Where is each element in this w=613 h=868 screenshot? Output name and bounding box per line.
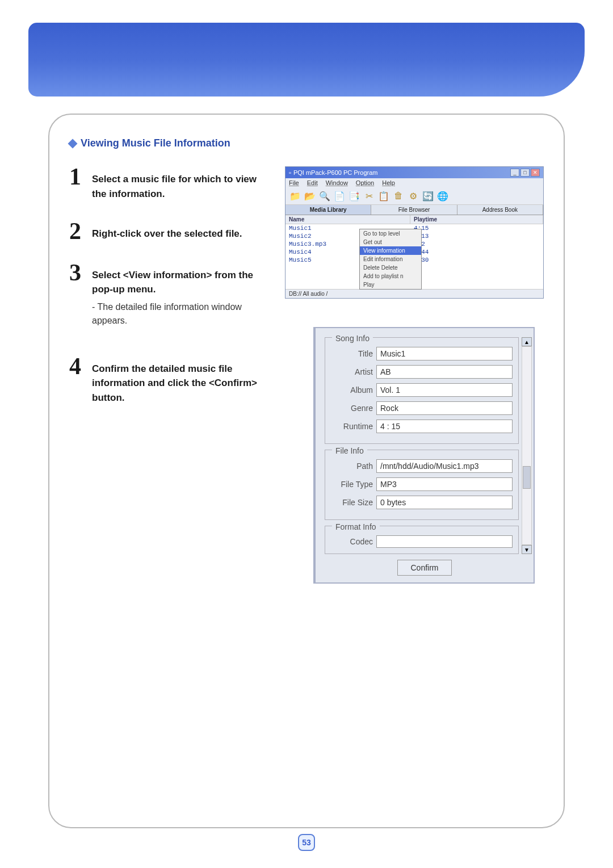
col-name[interactable]: Name	[285, 215, 410, 224]
content-row: 1 Select a music file for which to view …	[69, 166, 544, 584]
toolbar-icon[interactable]: 📂	[304, 190, 316, 202]
step-number: 1	[69, 166, 85, 201]
label-artist: Artist	[331, 367, 376, 376]
scrollbar-thumb[interactable]	[523, 466, 531, 489]
toolbar-icon[interactable]: 🔄	[422, 190, 434, 202]
tab-media-library[interactable]: Media Library	[285, 205, 371, 215]
toolbar-icon[interactable]: 🗑	[392, 190, 405, 202]
media-library-window: ▫ PQI mPack-P600 PC Program _ □ ✕ File E…	[285, 166, 544, 299]
value-album[interactable]: Vol. 1	[376, 383, 513, 397]
step-1: 1 Select a music file for which to view …	[69, 166, 268, 201]
section-title-text: Viewing Music File Information	[81, 137, 230, 149]
step-number: 2	[69, 221, 85, 242]
value-runtime[interactable]: 4 : 15	[376, 420, 513, 433]
toolbar-icon[interactable]: 📋	[377, 190, 390, 202]
format-info-legend: Format Info	[332, 522, 380, 531]
close-button[interactable]: ✕	[531, 169, 540, 177]
file-info-fieldset: File Info Path /mnt/hdd/Audio/Music1.mp3…	[325, 450, 519, 520]
toolbar-icon[interactable]: 🌐	[436, 190, 449, 202]
row-filetype: File Type MP3	[331, 477, 513, 491]
step-body: Confirm the detailed music file informat…	[92, 356, 268, 405]
menu-help[interactable]: Help	[382, 179, 395, 186]
toolbar-icon[interactable]: 📑	[348, 190, 360, 202]
value-path[interactable]: /mnt/hdd/Audio/Music1.mp3	[376, 459, 513, 473]
step-body: Select <View information> from the pop-u…	[92, 262, 268, 328]
step-3: 3 Select <View information> from the pop…	[69, 262, 268, 328]
menu-edit[interactable]: Edit	[307, 179, 318, 186]
file-info-legend: File Info	[332, 446, 367, 455]
window-title: ▫ PQI mPack-P600 PC Program	[289, 169, 377, 176]
menu-file[interactable]: File	[289, 179, 299, 186]
value-artist[interactable]: AB	[376, 365, 513, 379]
page-number-badge: 53	[298, 834, 315, 851]
titlebar[interactable]: ▫ PQI mPack-P600 PC Program _ □ ✕	[285, 167, 543, 178]
file-grid: Name Playtime Music1 4:15 Music2 3:13	[285, 215, 543, 289]
row-path: Path /mnt/hdd/Audio/Music1.mp3	[331, 459, 513, 473]
step-4: 4 Confirm the detailed music file inform…	[69, 356, 268, 405]
confirm-row: Confirm	[319, 560, 530, 576]
minimize-button[interactable]: _	[510, 169, 519, 177]
confirm-button[interactable]: Confirm	[397, 560, 451, 576]
song-info-fieldset: Song Info Title Music1 Artist AB	[325, 337, 519, 444]
menubar: File Edit Window Option Help	[285, 178, 543, 187]
app-icon: ▫	[289, 169, 291, 176]
menu-window[interactable]: Window	[326, 179, 348, 186]
toolbar-icon[interactable]: ⚙	[407, 190, 419, 202]
file-info-dialog: ▲ ▼ Song Info Title Music1	[313, 327, 535, 584]
row-runtime: Runtime 4 : 15	[331, 420, 513, 433]
cm-edit-info[interactable]: Edit information	[360, 255, 421, 263]
step-note: - The detailed file information window a…	[92, 300, 268, 328]
value-codec[interactable]	[376, 535, 513, 548]
label-runtime: Runtime	[331, 422, 376, 431]
label-title: Title	[331, 349, 376, 358]
value-filetype[interactable]: MP3	[376, 477, 513, 491]
label-genre: Genre	[331, 404, 376, 413]
row-artist: Artist AB	[331, 365, 513, 379]
cm-play[interactable]: Play	[360, 280, 421, 289]
row-title: Title Music1	[331, 347, 513, 360]
section-heading: Viewing Music File Information	[69, 137, 544, 149]
row-filesize: File Size 0 bytes	[331, 496, 513, 509]
toolbar: 📁 📂 🔍 📄 📑 ✂ 📋 🗑 ⚙ 🔄 🌐	[285, 187, 543, 205]
context-menu: Go to top level Get out View information…	[359, 229, 422, 290]
screenshots-column: ▫ PQI mPack-P600 PC Program _ □ ✕ File E…	[285, 166, 544, 584]
diamond-icon	[68, 139, 78, 148]
row-codec: Codec	[331, 535, 513, 548]
step-bold: Select a music file for which to view th…	[92, 172, 268, 201]
tab-address-book[interactable]: Address Book	[457, 205, 543, 215]
cm-get-out[interactable]: Get out	[360, 238, 421, 246]
step-bold: Confirm the detailed music file informat…	[92, 362, 268, 405]
label-filesize: File Size	[331, 498, 376, 507]
header-banner	[28, 23, 585, 97]
toolbar-icon[interactable]: 🔍	[318, 190, 331, 202]
cm-delete[interactable]: Delete Delete	[360, 263, 421, 272]
grid-header: Name Playtime	[285, 215, 543, 224]
row-album: Album Vol. 1	[331, 383, 513, 397]
step-body: Right-click over the selected file.	[92, 221, 268, 242]
label-filetype: File Type	[331, 480, 376, 489]
value-title[interactable]: Music1	[376, 347, 513, 360]
cm-go-top[interactable]: Go to top level	[360, 229, 421, 238]
cm-add-playlist[interactable]: Add to playlist n	[360, 272, 421, 280]
format-info-fieldset: Format Info Codec	[325, 526, 519, 554]
col-playtime[interactable]: Playtime	[410, 215, 543, 224]
toolbar-icon[interactable]: 📁	[289, 190, 301, 202]
tab-file-browser[interactable]: File Browser	[371, 205, 457, 215]
step-number: 3	[69, 262, 85, 328]
toolbar-icon[interactable]: 📄	[333, 190, 346, 202]
label-album: Album	[331, 385, 376, 395]
steps-column: 1 Select a music file for which to view …	[69, 166, 268, 584]
label-path: Path	[331, 462, 376, 471]
scroll-up-button[interactable]: ▲	[522, 337, 532, 346]
content-card: Viewing Music File Information 1 Select …	[48, 114, 565, 828]
menu-option[interactable]: Option	[356, 179, 374, 186]
page: Viewing Music File Information 1 Select …	[0, 0, 613, 868]
value-genre[interactable]: Rock	[376, 401, 513, 415]
cm-view-info[interactable]: View information	[360, 246, 421, 255]
scroll-down-button[interactable]: ▼	[522, 545, 532, 554]
maximize-button[interactable]: □	[520, 169, 530, 177]
value-filesize[interactable]: 0 bytes	[376, 496, 513, 509]
step-bold: Select <View information> from the pop-u…	[92, 268, 268, 297]
toolbar-icon[interactable]: ✂	[363, 190, 375, 202]
scrollbar-track[interactable]	[522, 346, 532, 545]
